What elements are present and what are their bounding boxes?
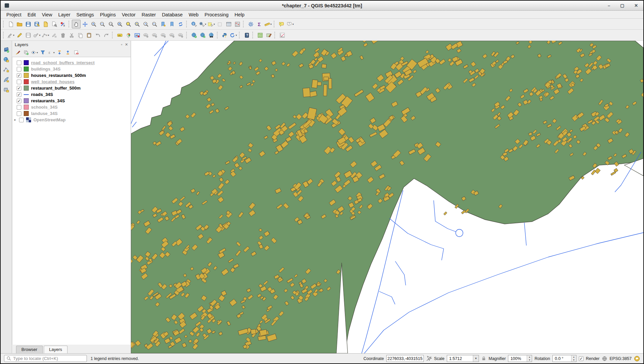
save-layer-edits-button[interactable] — [24, 31, 32, 39]
layer-row-houses_restaurants_500m[interactable]: ✓houses_restaurants_500m — [12, 72, 131, 79]
toolbar-separator[interactable] — [186, 32, 188, 38]
remove-layer-button[interactable] — [72, 49, 80, 56]
spin-down-icon[interactable]: ▼ — [527, 359, 532, 362]
menu-item-edit[interactable]: Edit — [24, 11, 39, 18]
toolbar-separator[interactable] — [274, 21, 276, 27]
new-project-button[interactable] — [6, 20, 15, 28]
manage-map-themes-button[interactable]: ▾ — [30, 49, 38, 56]
layer-diagram-button[interactable] — [124, 31, 133, 39]
layer-row-roads_34s[interactable]: ✓roads_34S — [12, 91, 131, 98]
maximize-button[interactable]: ▢ — [620, 3, 624, 8]
layer-row-buildings_34s[interactable]: buildings_34S — [12, 66, 131, 72]
toolbar-separator[interactable] — [69, 21, 71, 27]
paste-features-button[interactable] — [85, 31, 93, 39]
metasearch-button[interactable] — [207, 31, 216, 39]
select-features-button[interactable]: ▾ — [207, 20, 216, 28]
chevron-down-icon[interactable]: ▾ — [214, 23, 215, 26]
add-delimited-text-layer-button[interactable] — [2, 76, 11, 84]
style-manager-button[interactable]: a — [58, 20, 67, 28]
menu-item-settings[interactable]: Settings — [74, 11, 97, 18]
show-statistics-button[interactable]: Σ — [255, 20, 264, 28]
run-feature-action-button[interactable]: ▾ — [198, 20, 207, 28]
close-button[interactable]: ✕ — [634, 3, 638, 8]
menu-item-project[interactable]: Project — [3, 11, 24, 18]
pan-to-selection-button[interactable] — [81, 20, 89, 28]
modify-attributes-button[interactable] — [50, 31, 58, 39]
open-attribute-table-button[interactable] — [224, 20, 233, 28]
toolbar-separator[interactable] — [112, 32, 114, 38]
layer-visibility-checkbox[interactable] — [19, 118, 24, 122]
toolbar-separator[interactable] — [3, 32, 5, 38]
zoom-to-selection-button[interactable] — [124, 20, 133, 28]
coordinate-input[interactable]: 2276033,-4031515 — [386, 355, 424, 362]
redo-button[interactable] — [102, 31, 111, 39]
tab-browser[interactable]: Browser — [16, 346, 43, 353]
spin-up-icon[interactable]: ▲ — [527, 355, 532, 359]
pin-labels-button[interactable]: abc — [141, 31, 150, 39]
toolbar-separator[interactable] — [252, 32, 254, 38]
zoom-full-button[interactable] — [115, 20, 124, 28]
toggle-editing-button[interactable] — [15, 31, 24, 39]
open-project-button[interactable] — [15, 20, 24, 28]
chevron-down-icon[interactable]: ▼ — [473, 355, 479, 362]
osm-search-button[interactable] — [256, 31, 264, 39]
layer-visibility-checkbox[interactable]: ✓ — [17, 86, 21, 91]
zoom-out-button[interactable] — [98, 20, 107, 28]
help-contents-button[interactable]: ? — [242, 31, 251, 39]
layer-visibility-checkbox[interactable]: ✓ — [17, 99, 21, 103]
add-vector-layer-button[interactable] — [2, 66, 11, 74]
expand-all-button[interactable] — [55, 49, 63, 56]
copy-features-button[interactable] — [76, 31, 85, 39]
zoom-to-layer-button[interactable] — [133, 20, 141, 28]
metasearch-services-button[interactable] — [198, 31, 207, 39]
layer-visibility-checkbox[interactable]: ✓ — [17, 73, 21, 78]
save-project-as-button[interactable] — [32, 20, 41, 28]
show-hidden-labels-button[interactable]: abc — [150, 31, 159, 39]
processing-history-button[interactable]: ▾ — [229, 31, 238, 39]
new-print-layout-button[interactable] — [41, 20, 50, 28]
deselect-features-button[interactable] — [216, 20, 224, 28]
chevron-down-icon[interactable]: ▾ — [13, 34, 14, 37]
menu-item-plugins[interactable]: Plugins — [97, 11, 119, 18]
chevron-down-icon[interactable]: ▾ — [236, 34, 237, 37]
menu-item-help[interactable]: Help — [232, 11, 248, 18]
spin-down-icon[interactable]: ▼ — [571, 359, 576, 362]
chevron-down-icon[interactable]: ▾ — [53, 51, 54, 54]
metasearch-add-button[interactable] — [189, 31, 198, 39]
open-layer-styling-button[interactable] — [14, 49, 22, 56]
tab-layers[interactable]: Layers — [44, 346, 68, 353]
menu-item-view[interactable]: View — [39, 11, 55, 18]
toolbar-separator[interactable] — [239, 32, 241, 38]
layer-labeling-button[interactable]: abc — [115, 31, 124, 39]
extents-toggle-icon[interactable] — [426, 356, 432, 361]
chevron-down-icon[interactable]: ▾ — [39, 34, 40, 37]
map-tips-button[interactable] — [277, 20, 286, 28]
vertex-tool-button[interactable]: ▾ — [41, 31, 50, 39]
menu-item-database[interactable]: Database — [159, 11, 185, 18]
zoom-next-button[interactable] — [150, 20, 159, 28]
message-log-icon[interactable] — [634, 356, 640, 362]
pan-map-button[interactable] — [72, 20, 81, 28]
menu-item-layer[interactable]: Layer — [55, 11, 73, 18]
layer-visibility-checkbox[interactable] — [17, 105, 21, 110]
layer-row-restaurants_34s[interactable]: ✓restaurants_34S — [12, 98, 131, 104]
add-wms-layer-button[interactable] — [2, 55, 11, 64]
change-label-button[interactable]: abc — [176, 31, 185, 39]
chevron-down-icon[interactable]: ▾ — [205, 23, 206, 26]
layer-visibility-checkbox[interactable] — [17, 80, 21, 84]
chevron-down-icon[interactable]: ▾ — [48, 34, 49, 37]
rotate-label-button[interactable]: abc — [167, 31, 176, 39]
measure-line-button[interactable]: ▾ — [264, 20, 272, 28]
new-bookmark-button[interactable] — [159, 20, 167, 28]
expander-icon[interactable]: ▾ — [13, 118, 17, 122]
menu-item-processing[interactable]: Processing — [202, 11, 232, 18]
delete-selected-button[interactable] — [58, 31, 67, 39]
magnifier-spinbox[interactable]: 100%▲▼ — [508, 355, 532, 362]
chevron-down-icon[interactable]: ▾ — [270, 23, 272, 26]
undo-button[interactable] — [93, 31, 102, 39]
layer-row-openstreetmap[interactable]: ▾OpenStreetMap — [12, 117, 131, 123]
toolbar-separator[interactable] — [3, 21, 5, 27]
scale-combo[interactable]: 1:5712▼ — [447, 355, 479, 362]
move-label-button[interactable]: abc — [159, 31, 167, 39]
text-annotation-button[interactable]: T▾ — [286, 20, 294, 28]
